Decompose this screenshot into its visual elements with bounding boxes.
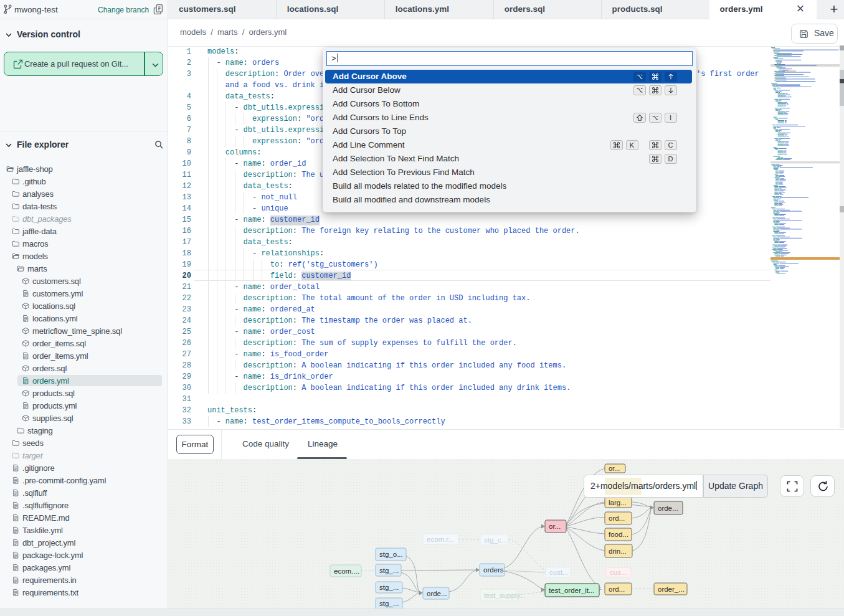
svg-text:larg...: larg... [609, 499, 627, 506]
svg-text:orde...: orde... [658, 505, 678, 512]
svg-text:cust...: cust... [549, 569, 569, 576]
svg-text:ecom.r...: ecom.r... [427, 536, 454, 543]
svg-text:ord...: ord... [609, 585, 625, 593]
svg-text:cus...: cus... [610, 569, 627, 576]
svg-text:test_order_it...: test_order_it... [549, 587, 595, 594]
svg-text:or...: or... [549, 523, 561, 530]
svg-text:stg_o...: stg_o... [379, 551, 403, 558]
svg-text:stg_c...: stg_c... [484, 536, 507, 544]
svg-text:ord...: ord... [609, 514, 625, 522]
svg-text:or...: or... [609, 465, 620, 472]
svg-text:food...: food... [609, 531, 628, 538]
svg-text:orders: orders [483, 566, 504, 574]
svg-text:ecom....: ecom.... [334, 567, 359, 575]
svg-text:stg_...: stg_... [379, 567, 399, 574]
svg-text:orde...: orde... [427, 590, 447, 597]
svg-text:stg_...: stg_... [379, 600, 399, 607]
svg-text:order_...: order_... [658, 585, 685, 593]
svg-text:stg_...: stg_... [379, 584, 399, 591]
svg-text:test_supply...: test_supply... [484, 592, 526, 599]
svg-text:drin...: drin... [609, 547, 627, 555]
